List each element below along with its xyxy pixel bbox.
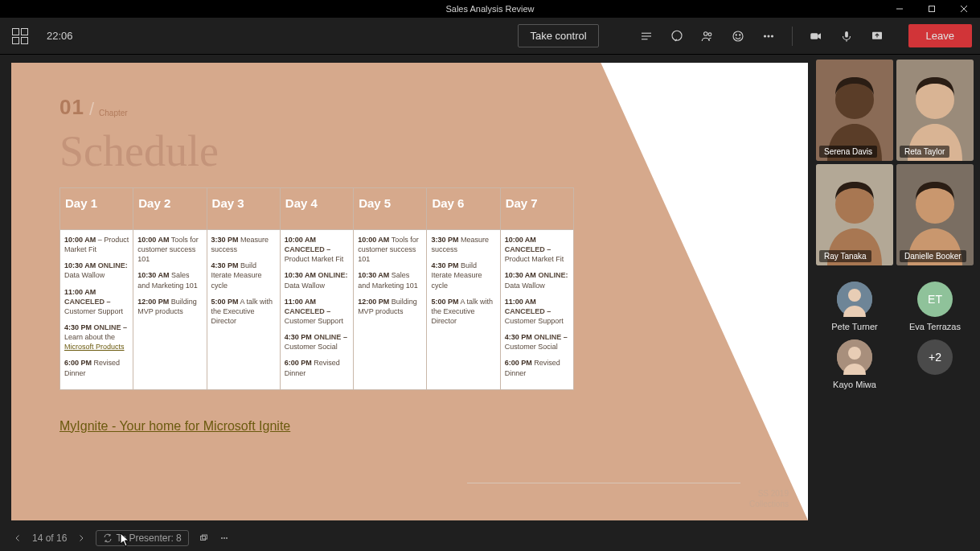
svg-point-9 [708, 32, 711, 35]
svg-rect-1 [929, 6, 935, 12]
title-bar: Sales Analysis Review [0, 0, 980, 18]
chapter-label: Chapter [99, 109, 128, 120]
overflow-count-badge: +2 [917, 339, 953, 375]
svg-point-12 [739, 34, 740, 35]
svg-point-13 [764, 35, 765, 37]
participant-audio-tile[interactable]: Pete Turner [816, 282, 893, 331]
maximize-button[interactable] [916, 0, 948, 18]
slide-footer: SS 2019 Collections [467, 483, 789, 509]
participant-name-label: Danielle Booker [900, 250, 966, 262]
participants-panel: Serena Davis Reta Taylor Ray Tanaka Dani… [813, 55, 980, 525]
participant-video-tile[interactable]: Danielle Booker [896, 164, 974, 265]
svg-point-30 [848, 347, 861, 360]
participant-name-label: Serena Davis [819, 146, 877, 158]
schedule-day-cell: 10:00 AM – Product Market Fit10:30 AM ON… [60, 230, 133, 390]
schedule-day-header: Day 1 [60, 188, 133, 230]
schedule-day-cell: 10:00 AM Tools for customer success 1011… [354, 230, 427, 390]
participant-audio-tile[interactable]: ETEva Terrazas [896, 282, 974, 331]
schedule-day-header: Day 4 [280, 188, 353, 230]
presentation-slide[interactable]: 01 / Chapter Schedule Day 1Day 2Day 3Day… [11, 63, 808, 520]
sync-to-presenter-button[interactable]: To Presenter: 8 [96, 530, 188, 546]
more-options-icon[interactable] [218, 532, 231, 545]
schedule-day-header: Day 3 [207, 188, 280, 230]
svg-point-34 [223, 537, 224, 538]
svg-rect-32 [202, 535, 207, 539]
slide-counter: 14 of 16 [32, 532, 67, 544]
pop-out-icon[interactable] [197, 532, 210, 545]
participant-name-label: Eva Terrazas [909, 322, 961, 331]
grid-view-icon[interactable] [8, 24, 32, 48]
window-title: Sales Analysis Review [445, 4, 534, 14]
svg-point-33 [221, 537, 222, 538]
microphone-icon[interactable] [834, 24, 859, 48]
svg-rect-31 [200, 537, 205, 541]
leave-button[interactable]: Leave [908, 24, 972, 47]
camera-icon[interactable] [804, 24, 828, 48]
schedule-day-cell: 10:00 AM Tools for customer success 1011… [133, 230, 207, 390]
schedule-day-cell: 10:00 AM CANCELED – Product Market Fit10… [280, 230, 353, 390]
schedule-day-header: Day 6 [427, 188, 500, 230]
schedule-day-header: Day 2 [133, 188, 207, 230]
participant-overflow-tile[interactable]: +2 [896, 339, 974, 389]
svg-rect-16 [810, 33, 818, 39]
next-slide-button[interactable] [75, 532, 88, 545]
participant-avatar [837, 282, 872, 317]
chat-icon[interactable] [665, 24, 689, 48]
presenter-bottom-bar: 14 of 16 To Presenter: 8 [0, 525, 980, 551]
list-icon[interactable] [634, 24, 658, 48]
chapter-indicator: 01 / Chapter [59, 95, 760, 120]
participant-audio-tile[interactable]: Kayo Miwa [816, 339, 893, 389]
take-control-button[interactable]: Take control [518, 24, 598, 47]
people-icon[interactable] [695, 24, 720, 48]
svg-point-10 [733, 31, 743, 41]
svg-point-7 [672, 31, 682, 40]
svg-point-28 [848, 289, 861, 302]
participant-video-tile[interactable]: Ray Tanaka [816, 164, 893, 265]
schedule-day-cell: 3:30 PM Measure success4:30 PM Build Ite… [207, 230, 280, 390]
participant-avatar [837, 339, 872, 375]
participant-video-tile[interactable]: Reta Taylor [896, 60, 974, 161]
participant-name-label: Reta Taylor [900, 146, 949, 158]
slide-title: Schedule [59, 126, 760, 176]
meeting-duration: 22:06 [47, 30, 73, 42]
participant-name-label: Ray Tanaka [819, 250, 871, 262]
chapter-number: 01 [59, 95, 84, 120]
schedule-day-header: Day 5 [354, 188, 427, 230]
svg-point-35 [226, 537, 227, 538]
schedule-day-cell: 10:00 AM CANCELED – Product Market Fit10… [500, 230, 573, 390]
reactions-icon[interactable] [726, 24, 750, 48]
meeting-toolbar: 22:06 Take control Leave [0, 18, 980, 55]
participant-name-label: Pete Turner [831, 322, 877, 331]
schedule-day-cell: 3:30 PM Measure success4:30 PM Build Ite… [427, 230, 500, 390]
participant-name-label: Kayo Miwa [833, 380, 876, 389]
shared-content-area: 01 / Chapter Schedule Day 1Day 2Day 3Day… [0, 55, 813, 525]
svg-point-8 [703, 31, 707, 35]
share-screen-icon[interactable] [865, 24, 889, 48]
minimize-button[interactable] [884, 0, 916, 18]
more-actions-icon[interactable] [757, 24, 781, 48]
svg-point-14 [768, 35, 769, 37]
schedule-table: Day 1Day 2Day 3Day 4Day 5Day 6Day 7 10:0… [59, 187, 574, 390]
participant-video-tile[interactable]: Serena Davis [816, 60, 893, 161]
svg-rect-17 [845, 31, 848, 38]
svg-point-15 [771, 35, 773, 37]
close-button[interactable] [948, 0, 980, 18]
prev-slide-button[interactable] [11, 532, 24, 545]
participant-avatar: ET [917, 282, 953, 317]
svg-point-11 [736, 34, 736, 35]
schedule-day-header: Day 7 [500, 188, 573, 230]
slide-hyperlink[interactable]: MyIgnite - Your home for Microsoft Ignit… [59, 419, 290, 434]
